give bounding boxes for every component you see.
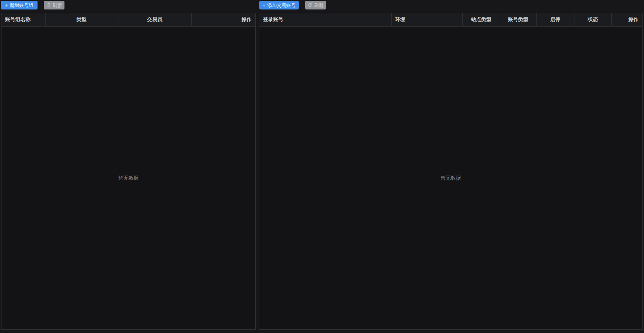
trading-account-table-header: 登录账号 环境 站点类型 账号类型 启停 状态 操作 (259, 13, 642, 27)
refresh-account-groups-button[interactable]: 刷新 (44, 1, 64, 9)
empty-data-placeholder: 暂无数据 (441, 175, 461, 181)
column-header-status: 状态 (574, 13, 612, 26)
add-account-group-button[interactable]: + 新增账号组 (1, 1, 38, 9)
column-header-start-stop: 启停 (537, 13, 574, 26)
refresh-trading-accounts-button[interactable]: 刷新 (305, 1, 326, 9)
column-header-account-group-name: 账号组名称 (1, 13, 46, 26)
column-header-trader: 交易员 (118, 13, 192, 26)
empty-data-placeholder: 暂无数据 (118, 175, 139, 181)
add-account-group-label: 新增账号组 (10, 3, 34, 8)
column-header-actions: 操作 (612, 13, 642, 26)
account-group-table: 账号组名称 类型 交易员 操作 暂无数据 (1, 13, 256, 330)
account-group-table-header: 账号组名称 类型 交易员 操作 (1, 13, 255, 27)
column-header-environment: 环境 (392, 13, 463, 26)
account-group-table-body: 暂无数据 (1, 27, 255, 329)
plus-icon: + (5, 3, 8, 8)
refresh-label: 刷新 (52, 3, 62, 8)
refresh-icon (46, 3, 51, 7)
column-header-site-type: 站点类型 (463, 13, 500, 26)
column-header-type: 类型 (46, 13, 118, 26)
trading-account-table: 登录账号 环境 站点类型 账号类型 启停 状态 操作 暂无数据 (259, 13, 643, 330)
column-header-account-type: 账号类型 (500, 13, 537, 26)
add-trading-account-button[interactable]: + 添加交易账号 (259, 1, 299, 9)
plus-icon: + (262, 3, 265, 8)
trading-account-table-body: 暂无数据 (259, 27, 642, 329)
column-header-login-account: 登录账号 (259, 13, 392, 26)
add-trading-account-label: 添加交易账号 (267, 3, 296, 8)
refresh-icon (308, 3, 312, 7)
refresh-label: 刷新 (314, 3, 323, 8)
column-header-actions: 操作 (192, 13, 255, 26)
